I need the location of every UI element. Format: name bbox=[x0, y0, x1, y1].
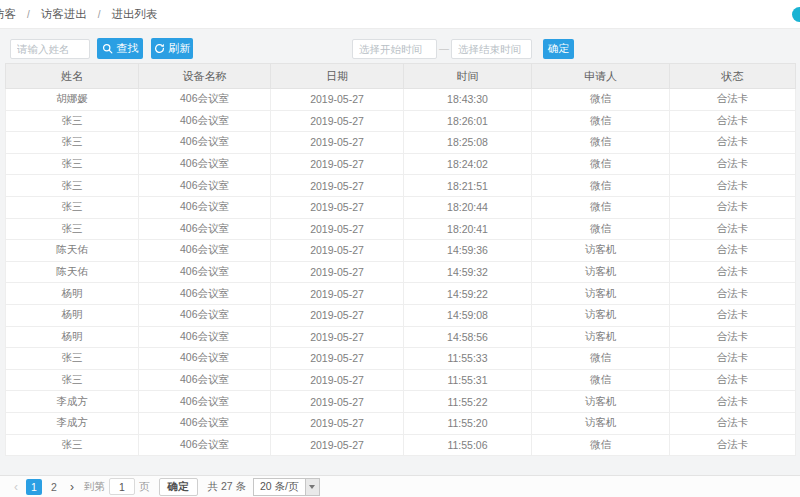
page-button-2[interactable]: 2 bbox=[46, 479, 62, 495]
breadcrumb-separator: / bbox=[98, 9, 101, 20]
table-header-row: 姓名设备名称日期时间申请人状态 bbox=[6, 64, 796, 89]
table-row: 张三406会议室2019-05-2718:20:41微信合法卡 bbox=[6, 218, 796, 240]
prev-page-button[interactable]: ‹ bbox=[8, 480, 24, 494]
cell-applicant: 微信 bbox=[532, 369, 670, 391]
cell-date: 2019-05-27 bbox=[271, 153, 404, 175]
cell-applicant: 微信 bbox=[532, 348, 670, 370]
cell-time: 14:59:36 bbox=[404, 240, 532, 262]
cell-name: 陈天佑 bbox=[6, 240, 139, 262]
cell-name: 张三 bbox=[6, 132, 139, 154]
cell-applicant: 微信 bbox=[532, 153, 670, 175]
column-header: 时间 bbox=[404, 64, 532, 89]
breadcrumb-item-entry-exit-list: 进出列表 bbox=[112, 7, 158, 22]
cell-name: 张三 bbox=[6, 110, 139, 132]
cell-date: 2019-05-27 bbox=[271, 391, 404, 413]
table-row: 张三406会议室2019-05-2718:21:51微信合法卡 bbox=[6, 175, 796, 197]
breadcrumb-separator: / bbox=[27, 9, 30, 20]
cell-applicant: 访客机 bbox=[532, 283, 670, 305]
table-row: 张三406会议室2019-05-2711:55:31微信合法卡 bbox=[6, 369, 796, 391]
date-confirm-button[interactable]: 确定 bbox=[543, 39, 574, 59]
cell-device: 406会议室 bbox=[139, 132, 271, 154]
cell-name: 张三 bbox=[6, 218, 139, 240]
page-size-select[interactable]: 20 条/页 bbox=[253, 478, 320, 496]
name-search-input[interactable] bbox=[10, 39, 90, 59]
cell-status: 合法卡 bbox=[670, 175, 796, 197]
cell-status: 合法卡 bbox=[670, 261, 796, 283]
table-row: 张三406会议室2019-05-2711:55:06微信合法卡 bbox=[6, 434, 796, 456]
goto-page-input[interactable] bbox=[109, 478, 135, 495]
cell-device: 406会议室 bbox=[139, 261, 271, 283]
cell-date: 2019-05-27 bbox=[271, 434, 404, 456]
cell-time: 11:55:20 bbox=[404, 412, 532, 434]
total-count-label: 共 27 条 bbox=[208, 480, 247, 494]
cell-name: 胡娜媛 bbox=[6, 89, 139, 111]
cell-date: 2019-05-27 bbox=[271, 283, 404, 305]
cell-time: 18:24:02 bbox=[404, 153, 532, 175]
column-header: 日期 bbox=[271, 64, 404, 89]
cell-status: 合法卡 bbox=[670, 132, 796, 154]
start-time-input[interactable] bbox=[352, 39, 437, 59]
table-row: 张三406会议室2019-05-2718:24:02微信合法卡 bbox=[6, 153, 796, 175]
refresh-button-label: 刷新 bbox=[169, 41, 191, 56]
cell-name: 张三 bbox=[6, 369, 139, 391]
end-time-input[interactable] bbox=[451, 39, 532, 59]
cell-status: 合法卡 bbox=[670, 196, 796, 218]
cell-name: 张三 bbox=[6, 196, 139, 218]
cell-name: 杨明 bbox=[6, 283, 139, 305]
cell-name: 陈天佑 bbox=[6, 261, 139, 283]
cell-status: 合法卡 bbox=[670, 218, 796, 240]
cell-time: 11:55:31 bbox=[404, 369, 532, 391]
cell-device: 406会议室 bbox=[139, 369, 271, 391]
table-row: 杨明406会议室2019-05-2714:59:22访客机合法卡 bbox=[6, 283, 796, 305]
page-button-1[interactable]: 1 bbox=[26, 479, 42, 495]
cell-device: 406会议室 bbox=[139, 412, 271, 434]
cell-status: 合法卡 bbox=[670, 326, 796, 348]
breadcrumb-item-visitor-entry-exit[interactable]: 访客进出 bbox=[41, 7, 87, 22]
cell-device: 406会议室 bbox=[139, 283, 271, 305]
table-row: 张三406会议室2019-05-2711:55:33微信合法卡 bbox=[6, 348, 796, 370]
cell-date: 2019-05-27 bbox=[271, 326, 404, 348]
cell-applicant: 微信 bbox=[532, 175, 670, 197]
cell-device: 406会议室 bbox=[139, 326, 271, 348]
breadcrumb: 访客 / 访客进出 / 进出列表 bbox=[0, 0, 800, 28]
cell-status: 合法卡 bbox=[670, 412, 796, 434]
chevron-down-icon bbox=[305, 479, 319, 495]
cell-name: 杨明 bbox=[6, 304, 139, 326]
cell-device: 406会议室 bbox=[139, 348, 271, 370]
table-row: 杨明406会议室2019-05-2714:59:08访客机合法卡 bbox=[6, 304, 796, 326]
column-header: 姓名 bbox=[6, 64, 139, 89]
content-area: 查找 刷新 — 确定 姓名设备名称日期时间申请人状态 胡娜媛406 bbox=[0, 28, 800, 497]
date-range-dash: — bbox=[437, 39, 451, 59]
breadcrumb-item-visitor[interactable]: 访客 bbox=[0, 7, 16, 22]
cell-name: 张三 bbox=[6, 175, 139, 197]
cell-applicant: 访客机 bbox=[532, 326, 670, 348]
search-icon bbox=[102, 43, 113, 54]
table-row: 李成方406会议室2019-05-2711:55:20访客机合法卡 bbox=[6, 412, 796, 434]
goto-confirm-button[interactable]: 确定 bbox=[159, 478, 198, 496]
cell-device: 406会议室 bbox=[139, 218, 271, 240]
cell-status: 合法卡 bbox=[670, 391, 796, 413]
cell-date: 2019-05-27 bbox=[271, 240, 404, 262]
cell-status: 合法卡 bbox=[670, 304, 796, 326]
next-page-button[interactable]: › bbox=[64, 480, 80, 494]
table-row: 李成方406会议室2019-05-2711:55:22访客机合法卡 bbox=[6, 391, 796, 413]
cell-time: 11:55:06 bbox=[404, 434, 532, 456]
column-header: 设备名称 bbox=[139, 64, 271, 89]
cell-name: 张三 bbox=[6, 153, 139, 175]
search-button[interactable]: 查找 bbox=[97, 38, 143, 59]
cell-applicant: 访客机 bbox=[532, 391, 670, 413]
cell-name: 杨明 bbox=[6, 326, 139, 348]
cell-status: 合法卡 bbox=[670, 153, 796, 175]
cell-name: 李成方 bbox=[6, 391, 139, 413]
user-avatar-dot[interactable] bbox=[792, 7, 800, 22]
cell-time: 18:21:51 bbox=[404, 175, 532, 197]
cell-device: 406会议室 bbox=[139, 240, 271, 262]
cell-time: 18:25:08 bbox=[404, 132, 532, 154]
pagination-bar: ‹ 1 2 › 到第 页 确定 共 27 条 20 条/页 bbox=[0, 475, 800, 497]
cell-status: 合法卡 bbox=[670, 240, 796, 262]
refresh-button[interactable]: 刷新 bbox=[151, 38, 193, 59]
column-header: 状态 bbox=[670, 64, 796, 89]
cell-device: 406会议室 bbox=[139, 196, 271, 218]
cell-applicant: 微信 bbox=[532, 89, 670, 111]
cell-status: 合法卡 bbox=[670, 434, 796, 456]
